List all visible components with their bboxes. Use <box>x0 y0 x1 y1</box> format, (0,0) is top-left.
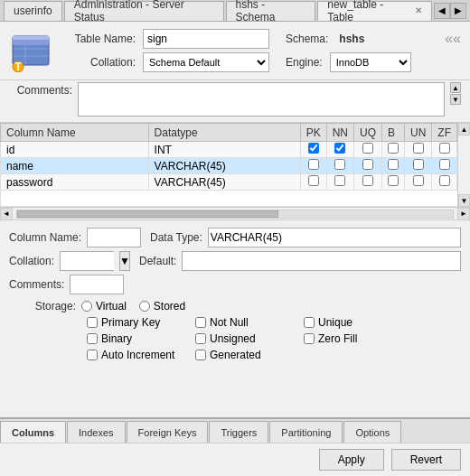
cb-not-null[interactable]: Not Null <box>195 316 286 329</box>
detail-default-input[interactable] <box>182 251 461 271</box>
engine-select[interactable]: InnoDB <box>330 52 411 72</box>
cell-zf[interactable] <box>432 158 457 174</box>
cb-not-null-input[interactable] <box>195 317 206 328</box>
cb-unsigned-input[interactable] <box>195 333 206 344</box>
action-bar: Apply Revert <box>0 443 470 476</box>
cell-nn[interactable] <box>326 158 353 174</box>
cell-pk[interactable] <box>300 142 326 158</box>
cb-zero-fill-input[interactable] <box>304 333 315 344</box>
tab-next-icon[interactable]: ▶ <box>450 3 466 19</box>
scrollbar-thumb[interactable] <box>17 210 278 218</box>
svg-rect-2 <box>13 36 49 40</box>
collation-select[interactable]: Schema Default <box>143 52 269 72</box>
cell-b[interactable] <box>381 158 404 174</box>
cell-pk[interactable] <box>300 174 326 191</box>
tab-options[interactable]: Options <box>343 421 401 443</box>
tab-triggers[interactable]: Triggers <box>209 421 268 443</box>
cell-un[interactable] <box>404 142 431 158</box>
scroll-down-icon[interactable]: ▼ <box>458 194 470 207</box>
cb-auto-increment-input[interactable] <box>87 350 98 360</box>
tab-foreign-keys[interactable]: Foreign Keys <box>127 421 209 443</box>
tab-server-status[interactable]: Administration - Server Status <box>64 1 224 21</box>
cb-generated[interactable]: Generated <box>195 349 286 361</box>
scrollbar-track[interactable] <box>16 210 454 219</box>
cell-nn[interactable] <box>326 142 353 158</box>
tab-partitioning[interactable]: Partitioning <box>269 421 343 443</box>
cb-unique[interactable]: Unique <box>304 316 394 329</box>
scroll-down-icon[interactable]: ▼ <box>450 94 461 105</box>
cell-name: password <box>1 174 149 191</box>
cb-binary[interactable]: Binary <box>87 332 177 345</box>
scroll-left-icon[interactable]: ◄ <box>0 208 13 220</box>
top-form: T Table Name: Schema: hshs «« Collation:… <box>0 22 470 80</box>
cb-generated-input[interactable] <box>195 350 206 360</box>
bottom-tab-bar: Columns Indexes Foreign Keys Triggers Pa… <box>0 417 470 443</box>
storage-radio-group: Virtual Stored <box>81 300 185 313</box>
cell-uq[interactable] <box>353 142 381 158</box>
cell-name: name <box>1 158 149 174</box>
scroll-up-icon[interactable]: ▲ <box>450 82 461 93</box>
storage-stored[interactable]: Stored <box>139 300 185 313</box>
apply-button[interactable]: Apply <box>319 449 384 471</box>
scroll-up-icon[interactable]: ▲ <box>458 123 470 135</box>
cell-uq[interactable] <box>353 174 381 191</box>
checkbox-row-2: Binary Unsigned Zero Fill <box>87 332 461 345</box>
table-row[interactable]: name VARCHAR(45) <box>1 158 470 174</box>
comments-textarea[interactable] <box>78 82 445 117</box>
detail-comments-label: Comments: <box>9 278 64 291</box>
horizontal-scrollbar[interactable]: ◄ ► <box>0 207 470 219</box>
collation-label: Collation: <box>63 56 136 69</box>
cell-un[interactable] <box>404 174 431 191</box>
cell-uq[interactable] <box>353 158 381 174</box>
cell-b[interactable] <box>381 142 404 158</box>
col-header-b: B <box>381 124 404 142</box>
cell-datatype: INT <box>148 142 300 158</box>
expand-icon[interactable]: «« <box>445 31 461 47</box>
revert-button[interactable]: Revert <box>391 449 461 471</box>
tab-new-table[interactable]: new_table - Table ✕ <box>317 1 432 21</box>
col-header-zf: ZF <box>432 124 457 142</box>
tab-prev-icon[interactable]: ◀ <box>434 3 450 19</box>
collation-dropdown-icon[interactable]: ▼ <box>119 251 130 271</box>
column-details: Column Name: Data Type: Collation: ▼ Def… <box>0 219 470 417</box>
table-row-empty[interactable] <box>1 191 470 207</box>
cell-nn[interactable] <box>326 174 353 191</box>
vertical-scrollbar[interactable]: ▲ ▼ <box>457 123 470 207</box>
tab-schema[interactable]: hshs - Schema <box>226 1 316 21</box>
scroll-buttons: ▲ ▼ <box>450 82 461 105</box>
table-row[interactable]: id INT <box>1 142 470 158</box>
tab-indexes[interactable]: Indexes <box>67 421 126 443</box>
columns-table-wrap: Column Name Datatype PK NN UQ B UN ZF id… <box>0 123 470 219</box>
cell-un[interactable] <box>404 158 431 174</box>
tab-columns[interactable]: Columns <box>0 421 66 443</box>
detail-column-name-input[interactable] <box>87 228 141 247</box>
detail-comments-input[interactable] <box>70 275 124 294</box>
cell-zf[interactable] <box>432 142 457 158</box>
detail-default-label: Default: <box>139 255 176 267</box>
cb-unique-input[interactable] <box>304 317 315 328</box>
cb-unsigned[interactable]: Unsigned <box>195 332 286 345</box>
close-tab-icon[interactable]: ✕ <box>415 5 422 15</box>
storage-label: Storage: <box>9 300 81 313</box>
cb-auto-increment[interactable]: Auto Increment <box>87 349 177 361</box>
scroll-right-icon[interactable]: ► <box>457 208 470 220</box>
cb-zero-fill[interactable]: Zero Fill <box>304 332 394 345</box>
tab-userinfo[interactable]: userinfo <box>4 1 62 21</box>
table-name-label: Table Name: <box>63 33 136 45</box>
detail-data-type-input[interactable] <box>208 228 461 247</box>
cb-binary-input[interactable] <box>87 333 98 344</box>
cb-primary-key[interactable]: Primary Key <box>87 316 177 329</box>
cell-pk[interactable] <box>300 158 326 174</box>
cell-b[interactable] <box>381 174 404 191</box>
cb-primary-key-input[interactable] <box>87 317 98 328</box>
schema-label: Schema: <box>286 33 328 45</box>
cell-zf[interactable] <box>432 174 457 191</box>
checkbox-row-3: Auto Increment Generated <box>87 349 461 361</box>
storage-stored-radio[interactable] <box>139 301 150 312</box>
col-header-nn: NN <box>326 124 353 142</box>
table-row[interactable]: password VARCHAR(45) <box>1 174 470 191</box>
detail-collation-input[interactable] <box>60 251 114 271</box>
table-name-input[interactable] <box>143 29 269 49</box>
storage-virtual-radio[interactable] <box>81 301 92 312</box>
storage-virtual[interactable]: Virtual <box>81 300 127 313</box>
